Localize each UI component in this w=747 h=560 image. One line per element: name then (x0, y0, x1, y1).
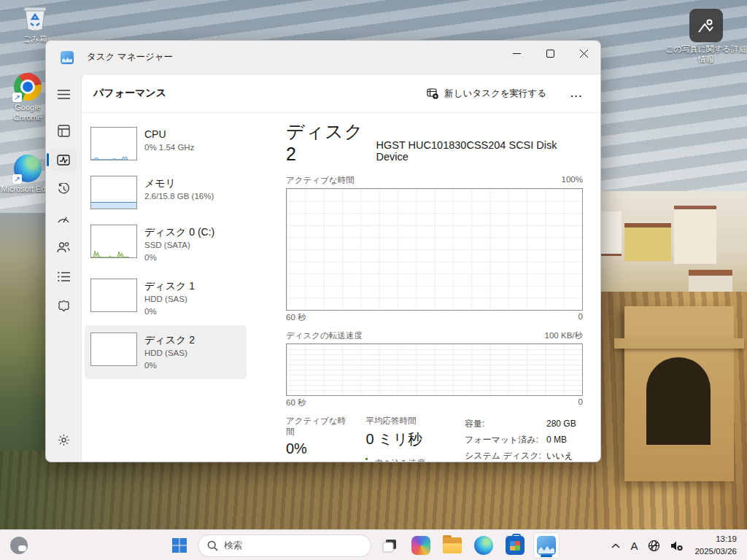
perf-item-sub: 0% 1.54 GHz (144, 141, 194, 154)
recycle-bin-icon (23, 4, 47, 32)
nav-users[interactable] (50, 236, 77, 259)
avg-response-value: 0 ミリ秒 (365, 429, 433, 449)
nav-startup-apps[interactable] (50, 206, 77, 230)
disk0-sparkline (90, 225, 137, 258)
minimize-button[interactable] (500, 41, 533, 66)
memory-usage-fill (91, 202, 136, 209)
perf-item-title: ディスク 0 (C:) (144, 225, 214, 239)
gear-icon (58, 434, 70, 446)
perf-item-memory[interactable]: メモリ 2.6/15.8 GB (16%) (85, 168, 247, 217)
weather-widget-icon (10, 537, 28, 554)
maximize-button[interactable] (533, 41, 567, 66)
speaker-muted-icon (670, 540, 684, 551)
network-button[interactable] (644, 534, 664, 556)
wallpaper-bridge (624, 306, 734, 481)
desktop-icon-photo-info[interactable]: この写真に関する詳細情報 (665, 9, 747, 65)
title-bar[interactable]: タスク マネージャー (46, 41, 600, 74)
ime-indicator[interactable]: A (627, 534, 641, 556)
widgets-button[interactable] (9, 535, 29, 556)
file-explorer-button[interactable] (439, 532, 465, 559)
volume-button[interactable] (667, 534, 687, 556)
settings-button[interactable] (50, 428, 77, 451)
file-explorer-icon (443, 537, 462, 553)
edge-button[interactable] (471, 532, 497, 559)
taskbar-clock[interactable]: 13:19 2025/03/26 (690, 533, 741, 557)
perf-item-cpu[interactable]: CPU 0% 1.54 GHz (85, 120, 247, 168)
run-new-task-button[interactable]: 新しいタスクを実行する (417, 82, 556, 106)
tray-overflow-button[interactable] (608, 534, 624, 556)
taskbar: A 13:19 2025/03/26 (0, 529, 747, 560)
active-time-label: アクティブな時間 (286, 416, 354, 438)
transfer-rate-chart[interactable] (286, 343, 583, 396)
chart2-x-right: 0 (578, 397, 583, 408)
chart2-label: ディスクの転送速度 (286, 330, 363, 341)
ime-mode-label: A (630, 540, 638, 552)
prop-row: システム ディスク:いいえ (465, 449, 583, 462)
prop-value: 280 GB (546, 417, 576, 430)
perf-item-sub: HDD (SAS) (144, 293, 195, 306)
services-icon (58, 300, 70, 312)
disk-device-name: HGST HUC101830CSS204 SCSI Disk Device (376, 139, 583, 165)
chart1-x-left: 60 秒 (286, 312, 306, 323)
chart2-x-left: 60 秒 (286, 397, 306, 408)
copilot-button[interactable] (408, 532, 434, 559)
start-button[interactable] (166, 532, 193, 559)
nav-app-history[interactable] (50, 177, 77, 201)
photo-info-icon (689, 9, 723, 42)
globe-no-internet-icon (648, 540, 660, 552)
chart2-max: 100 KB/秒 (545, 330, 583, 341)
prop-value: 0 MB (546, 433, 567, 446)
task-view-icon (381, 537, 398, 554)
hamburger-icon (58, 90, 70, 99)
windows-logo-icon (171, 537, 188, 554)
perf-item-disk1[interactable]: ディスク 1 HDD (SAS) 0% (85, 271, 247, 324)
nav-performance[interactable] (50, 148, 77, 171)
disk2-sparkline (90, 332, 137, 366)
perf-item-sub: 2.6/15.8 GB (16%) (144, 190, 214, 203)
perf-item-sub: HDD (SAS) (144, 347, 195, 359)
memory-thumbnail (90, 176, 137, 209)
cpu-sparkline (90, 127, 137, 160)
content-panel: パフォーマンス 新しいタスクを実行する ... (81, 74, 600, 462)
run-new-task-label: 新しいタスクを実行する (444, 88, 546, 100)
task-manager-app-icon (61, 51, 74, 64)
task-view-button[interactable] (376, 532, 403, 559)
microsoft-store-button[interactable] (502, 532, 528, 559)
chart1-x-right: 0 (578, 312, 583, 323)
write-speed-label: 書き込み速度 (374, 458, 433, 462)
avg-response-label: 平均応答時間 (365, 416, 433, 427)
perf-item-disk0[interactable]: ディスク 0 (C:) SSD (SATA) 0% (85, 217, 247, 271)
nav-menu-button[interactable] (50, 82, 77, 106)
users-icon (57, 241, 70, 253)
prop-label: 容量: (465, 417, 546, 430)
nav-services[interactable] (50, 294, 77, 317)
more-options-button[interactable]: ... (563, 83, 590, 104)
wallpaper-buildings (579, 191, 747, 300)
building (674, 206, 716, 264)
prop-label: システム ディスク: (465, 449, 546, 462)
nav-details[interactable] (50, 265, 77, 288)
disk-title: ディスク 2 (286, 120, 376, 165)
task-manager-taskbar-button[interactable] (533, 532, 560, 559)
desktop-icon-recycle-bin[interactable]: ごみ箱 (7, 4, 63, 44)
perf-item-title: CPU (144, 128, 194, 141)
page-title: パフォーマンス (93, 87, 166, 100)
clock-date: 2025/03/26 (694, 545, 737, 558)
desktop-icon-label: ごみ箱 (23, 34, 47, 44)
nav-processes[interactable] (50, 119, 77, 142)
active-time-chart[interactable] (286, 188, 583, 311)
chevron-up-icon (611, 543, 620, 548)
disk1-sparkline (90, 279, 137, 312)
disk-stats: アクティブな時間 0% 読み取り速度 0 KB/秒 平均応答時間 0 ミリ秒 書… (286, 416, 583, 462)
perf-item-sub2: 0% (144, 359, 195, 372)
close-button[interactable] (567, 41, 600, 66)
shortcut-arrow-icon: ↗ (12, 174, 22, 184)
edge-icon (474, 536, 493, 555)
search-input[interactable] (224, 540, 348, 551)
taskbar-search[interactable] (198, 534, 371, 557)
clock-time: 13:19 (694, 533, 737, 545)
page-header: パフォーマンス 新しいタスクを実行する ... (82, 74, 600, 113)
navigation-rail (46, 74, 81, 462)
perf-item-disk2-selected[interactable]: ディスク 2 HDD (SAS) 0% (85, 325, 247, 378)
speedometer-icon (57, 213, 70, 224)
